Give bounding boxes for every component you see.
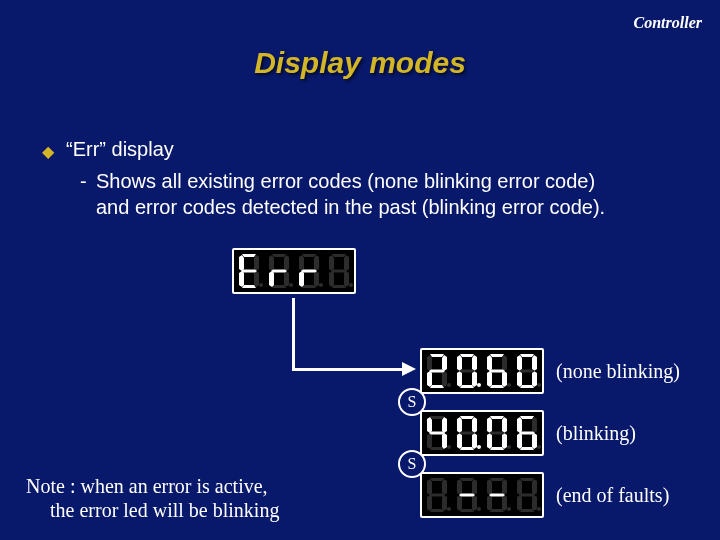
svg-marker-50 [532, 355, 537, 371]
svg-marker-62 [429, 432, 445, 435]
s-badge-1: S [398, 388, 426, 416]
svg-marker-59 [430, 447, 444, 450]
svg-marker-104 [489, 494, 505, 497]
svg-marker-26 [329, 255, 334, 271]
arrow-vertical [292, 298, 295, 370]
svg-marker-35 [460, 354, 474, 357]
svg-marker-92 [472, 479, 477, 495]
note-line1: Note : when an error is active, [26, 474, 279, 498]
svg-marker-102 [487, 495, 492, 511]
svg-marker-71 [502, 417, 507, 433]
svg-marker-52 [520, 385, 534, 388]
svg-marker-34 [429, 370, 445, 373]
svg-marker-70 [490, 416, 504, 419]
svg-marker-5 [239, 255, 244, 271]
svg-marker-68 [457, 417, 462, 433]
svg-marker-27 [331, 270, 347, 273]
svg-marker-98 [490, 478, 504, 481]
arrow-right-icon [402, 362, 416, 376]
svg-marker-111 [519, 494, 535, 497]
bullet-text: “Err” display [66, 138, 174, 161]
svg-marker-6 [241, 270, 257, 273]
svg-marker-83 [519, 432, 535, 435]
svg-marker-28 [430, 354, 444, 357]
svg-marker-0 [242, 254, 256, 257]
svg-marker-85 [442, 479, 447, 495]
svg-marker-49 [520, 354, 534, 357]
svg-marker-20 [301, 270, 317, 273]
svg-marker-38 [460, 385, 474, 388]
svg-marker-43 [502, 355, 507, 371]
svg-marker-78 [532, 417, 537, 433]
arrow-horizontal [292, 368, 404, 371]
bullet-item: ◆ “Err” display [42, 138, 174, 161]
svg-marker-1 [254, 255, 259, 271]
svg-marker-87 [430, 509, 444, 512]
svg-marker-63 [460, 416, 474, 419]
svg-marker-94 [460, 509, 474, 512]
svg-marker-55 [519, 370, 535, 373]
svg-marker-24 [332, 285, 346, 288]
svg-marker-88 [427, 495, 432, 511]
svg-marker-74 [487, 433, 492, 449]
svg-marker-91 [460, 478, 474, 481]
svg-marker-57 [442, 417, 447, 433]
s-badge-2: S [398, 450, 426, 478]
svg-marker-31 [430, 385, 444, 388]
svg-marker-95 [457, 495, 462, 511]
svg-marker-73 [490, 447, 504, 450]
svg-marker-60 [427, 433, 432, 449]
svg-marker-45 [490, 385, 504, 388]
svg-marker-89 [427, 479, 432, 495]
lcd-panel-3 [420, 472, 544, 518]
svg-marker-17 [302, 285, 316, 288]
svg-marker-67 [457, 433, 462, 449]
annotation-blinking: (blinking) [556, 422, 636, 445]
svg-marker-64 [472, 417, 477, 433]
svg-marker-96 [457, 479, 462, 495]
svg-marker-105 [520, 478, 534, 481]
svg-marker-29 [442, 355, 447, 371]
svg-marker-56 [430, 416, 444, 419]
svg-marker-13 [271, 270, 287, 273]
svg-marker-22 [344, 255, 349, 271]
svg-marker-75 [487, 417, 492, 433]
svg-marker-15 [314, 255, 319, 271]
svg-marker-97 [459, 494, 475, 497]
diamond-icon: ◆ [42, 142, 54, 161]
svg-marker-76 [489, 432, 505, 435]
svg-marker-77 [520, 416, 534, 419]
note: Note : when an error is active, the erro… [26, 474, 279, 522]
sub-bullet: - Shows all existing error codes (none b… [96, 168, 616, 220]
svg-marker-66 [460, 447, 474, 450]
svg-marker-101 [490, 509, 504, 512]
svg-marker-61 [427, 417, 432, 433]
svg-marker-103 [487, 479, 492, 495]
svg-marker-25 [329, 271, 334, 287]
lcd-panel-1 [420, 348, 544, 394]
svg-marker-84 [430, 478, 444, 481]
svg-marker-42 [490, 354, 504, 357]
svg-marker-32 [427, 371, 432, 387]
svg-marker-8 [284, 255, 289, 271]
svg-marker-80 [520, 447, 534, 450]
annotation-none-blinking: (none blinking) [556, 360, 680, 383]
svg-marker-19 [299, 255, 304, 271]
svg-marker-36 [472, 355, 477, 371]
lcd-panel-2 [420, 410, 544, 456]
svg-marker-11 [269, 271, 274, 287]
svg-marker-81 [517, 433, 522, 449]
svg-marker-41 [459, 370, 475, 373]
svg-marker-14 [302, 254, 316, 257]
svg-marker-109 [517, 495, 522, 511]
svg-marker-108 [520, 509, 534, 512]
svg-marker-40 [457, 355, 462, 371]
note-line2: the error led will be blinking [26, 498, 279, 522]
svg-marker-4 [239, 271, 244, 287]
svg-marker-47 [487, 355, 492, 371]
svg-marker-33 [427, 355, 432, 371]
svg-marker-7 [272, 254, 286, 257]
svg-marker-21 [332, 254, 346, 257]
header-label: Controller [634, 14, 702, 32]
svg-marker-82 [517, 417, 522, 433]
